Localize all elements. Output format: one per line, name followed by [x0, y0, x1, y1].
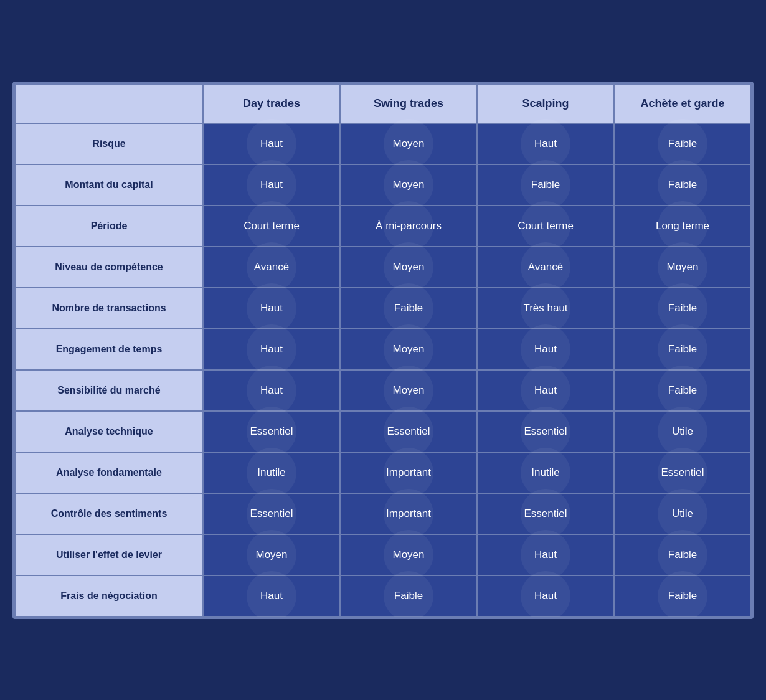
cell-5-2: Haut [477, 329, 614, 370]
cell-5-0: Haut [203, 329, 340, 370]
table-row: RisqueHautMoyenHautFaible [15, 123, 751, 164]
cell-0-3: Faible [614, 123, 751, 164]
cell-3-3: Moyen [614, 247, 751, 288]
header-row: Day tradesSwing tradesScalpingAchète et … [15, 84, 751, 123]
cell-10-1: Moyen [340, 534, 477, 575]
cell-3-0: Avancé [203, 247, 340, 288]
cell-4-2: Très haut [477, 288, 614, 329]
row-label-1: Montant du capital [15, 164, 203, 206]
row-label-3: Niveau de compétence [15, 247, 203, 288]
cell-1-0: Haut [203, 164, 340, 206]
row-label-4: Nombre de transactions [15, 288, 203, 329]
table-row: Frais de négociationHautFaibleHautFaible [15, 575, 751, 617]
cell-8-2: Inutile [477, 452, 614, 493]
table-row: Engagement de tempsHautMoyenHautFaible [15, 329, 751, 370]
table-row: Analyse fondamentaleInutileImportantInut… [15, 452, 751, 493]
comparison-table: Day tradesSwing tradesScalpingAchète et … [12, 82, 754, 619]
table-row: Utiliser l'effet de levierMoyenMoyenHaut… [15, 534, 751, 575]
cell-0-0: Haut [203, 123, 340, 164]
cell-9-2: Essentiel [477, 493, 614, 534]
row-label-8: Analyse fondamentale [15, 452, 203, 493]
table-row: Nombre de transactionsHautFaibleTrès hau… [15, 288, 751, 329]
header-col-3: Scalping [477, 84, 614, 123]
cell-5-3: Faible [614, 329, 751, 370]
table-row: Analyse techniqueEssentielEssentielEssen… [15, 411, 751, 452]
cell-4-1: Faible [340, 288, 477, 329]
header-col-1: Day trades [203, 84, 340, 123]
header-col-2: Swing trades [340, 84, 477, 123]
cell-0-2: Haut [477, 123, 614, 164]
cell-8-1: Important [340, 452, 477, 493]
cell-7-1: Essentiel [340, 411, 477, 452]
cell-2-1: À mi-parcours [340, 206, 477, 247]
cell-2-0: Court terme [203, 206, 340, 247]
cell-11-1: Faible [340, 575, 477, 617]
cell-2-3: Long terme [614, 206, 751, 247]
row-label-7: Analyse technique [15, 411, 203, 452]
table-row: Niveau de compétenceAvancéMoyenAvancéMoy… [15, 247, 751, 288]
row-label-9: Contrôle des sentiments [15, 493, 203, 534]
cell-10-3: Faible [614, 534, 751, 575]
cell-10-0: Moyen [203, 534, 340, 575]
cell-3-1: Moyen [340, 247, 477, 288]
cell-7-3: Utile [614, 411, 751, 452]
cell-6-0: Haut [203, 370, 340, 411]
header-empty [15, 84, 203, 123]
cell-11-2: Haut [477, 575, 614, 617]
row-label-11: Frais de négociation [15, 575, 203, 617]
cell-4-3: Faible [614, 288, 751, 329]
cell-11-3: Faible [614, 575, 751, 617]
cell-6-3: Faible [614, 370, 751, 411]
cell-5-1: Moyen [340, 329, 477, 370]
cell-8-0: Inutile [203, 452, 340, 493]
row-label-0: Risque [15, 123, 203, 164]
cell-2-2: Court terme [477, 206, 614, 247]
table-row: Sensibilité du marchéHautMoyenHautFaible [15, 370, 751, 411]
row-label-5: Engagement de temps [15, 329, 203, 370]
cell-7-0: Essentiel [203, 411, 340, 452]
table-row: Montant du capitalHautMoyenFaibleFaible [15, 164, 751, 206]
cell-1-3: Faible [614, 164, 751, 206]
cell-9-1: Important [340, 493, 477, 534]
table-row: PériodeCourt termeÀ mi-parcoursCourt ter… [15, 206, 751, 247]
cell-1-1: Moyen [340, 164, 477, 206]
cell-6-2: Haut [477, 370, 614, 411]
cell-0-1: Moyen [340, 123, 477, 164]
cell-8-3: Essentiel [614, 452, 751, 493]
cell-4-0: Haut [203, 288, 340, 329]
cell-7-2: Essentiel [477, 411, 614, 452]
cell-11-0: Haut [203, 575, 340, 617]
table-row: Contrôle des sentimentsEssentielImportan… [15, 493, 751, 534]
cell-3-2: Avancé [477, 247, 614, 288]
cell-9-0: Essentiel [203, 493, 340, 534]
row-label-10: Utiliser l'effet de levier [15, 534, 203, 575]
cell-6-1: Moyen [340, 370, 477, 411]
header-col-4: Achète et garde [614, 84, 751, 123]
cell-10-2: Haut [477, 534, 614, 575]
row-label-2: Période [15, 206, 203, 247]
cell-9-3: Utile [614, 493, 751, 534]
cell-1-2: Faible [477, 164, 614, 206]
row-label-6: Sensibilité du marché [15, 370, 203, 411]
